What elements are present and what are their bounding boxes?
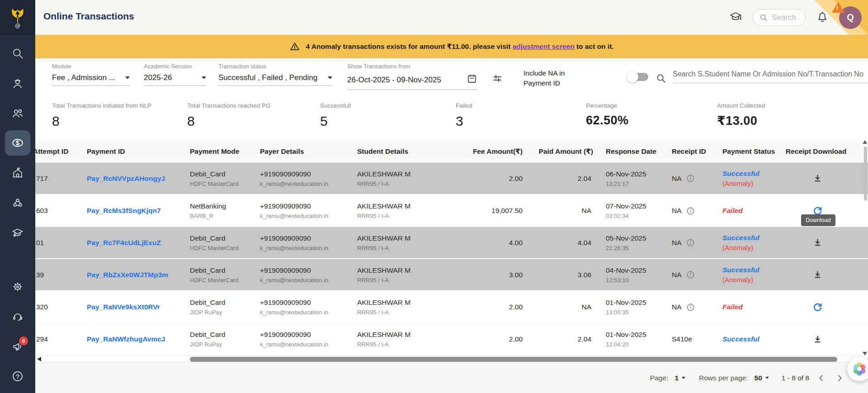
attempt-id-cell: 294 — [35, 335, 86, 343]
receipt-id-cell: NA — [671, 206, 722, 216]
horizontal-scroll-thumb[interactable] — [190, 357, 837, 362]
warning-triangle-icon — [289, 41, 300, 52]
info-icon[interactable] — [686, 270, 695, 279]
app-logo[interactable]: @ — [0, 0, 35, 35]
table-row: 01 Pay_Rc7F4cUdLjExuZ Debit_CardHDFC Mas… — [35, 227, 868, 259]
page-label: Page: — [650, 374, 669, 382]
stat-label: Failed — [456, 102, 472, 109]
assistant-flower-icon — [852, 361, 867, 377]
stat-label: Percentage — [586, 102, 629, 109]
stat-value: ₹13.00 — [717, 114, 765, 128]
search-icon — [759, 13, 768, 22]
page-select[interactable]: 1 — [675, 374, 685, 382]
payer-details-cell: +919090909090k_ramu@nexteducation.in — [259, 202, 356, 219]
payment-status-cell: Successful (Anomaly) — [722, 170, 785, 187]
community-icon — [11, 196, 24, 209]
transaction-status-filter[interactable]: Transaction status Successful , Failed ,… — [218, 63, 332, 86]
scroll-left-arrow-icon[interactable] — [37, 357, 41, 361]
include-na-toggle[interactable] — [628, 73, 648, 81]
stat-value: 8 — [52, 114, 151, 129]
banner-message-part2: . please visit — [469, 43, 513, 50]
payment-id-link[interactable]: Pay_Rc7F4cUdLjExuZ — [87, 239, 161, 246]
stat-card: Amount Collected ₹13.00 — [717, 102, 765, 128]
receipt-id-cell: NA — [671, 270, 722, 279]
payment-status-cell: Successful (Anomaly) — [722, 234, 785, 251]
graduation-cap-icon[interactable] — [729, 10, 742, 25]
sidebar-item-search[interactable] — [5, 41, 30, 66]
col-paid-amount: Paid Amount (₹) — [524, 147, 594, 156]
sidebar-item-settings[interactable] — [5, 274, 30, 299]
table-row: 294 Pay_RaNWfzhugAvmcJ Debit_CardJIOP Ru… — [35, 323, 868, 355]
sidebar-item-support[interactable] — [5, 304, 30, 329]
sidebar: @ $0? — [0, 0, 35, 393]
payment-status-cell: Failed — [722, 303, 785, 311]
sidebar-item-course[interactable] — [5, 220, 30, 245]
rows-per-page-select[interactable]: 50 — [755, 374, 769, 382]
payment-id-link[interactable]: Pay_RbZxXe0WJTMp3m — [87, 271, 168, 279]
notifications-bell-icon[interactable] — [816, 10, 829, 25]
info-icon[interactable] — [686, 174, 695, 183]
course-icon — [11, 226, 24, 239]
paid-amount-cell: NA — [524, 303, 594, 311]
attempt-id-cell: 320 — [35, 303, 86, 311]
scroll-down-arrow-icon[interactable] — [863, 352, 867, 355]
sidebar-item-student[interactable] — [5, 71, 30, 96]
vertical-scrollbar[interactable] — [863, 140, 867, 356]
student-icon — [11, 77, 24, 90]
vertical-scroll-thumb[interactable] — [864, 147, 867, 201]
col-receipt-download: Receipt Download — [785, 147, 850, 156]
col-payment-id: Payment ID — [86, 147, 189, 156]
academic-session-value: 2025-26 — [144, 73, 172, 82]
info-icon[interactable] — [686, 206, 695, 216]
sidebar-item-people[interactable] — [5, 100, 30, 126]
download-receipt-icon[interactable] — [786, 237, 849, 248]
table-row: 320 Pay_RaNVe9ksXt0RVr Debit_CardJIOP Ru… — [35, 291, 868, 323]
info-icon[interactable] — [686, 238, 695, 247]
table-row: 603 Pay_RcMs3fSngKjqn7 NetBankingBARB_R … — [35, 195, 868, 227]
advanced-filters-icon[interactable] — [492, 73, 503, 85]
payment-mode-cell: Debit_CardJIOP RuPay — [189, 298, 259, 316]
payment-id-link[interactable]: Pay_RaNWfzhugAvmcJ — [87, 335, 165, 343]
assistant-fab[interactable] — [847, 357, 868, 381]
student-details-cell: AKILESHWAR MRRR95 / I-A — [356, 202, 470, 219]
page-title: Online Transactions — [43, 11, 134, 22]
payment-id-link[interactable]: Pay_RcNVVpzAHongyJ — [87, 175, 165, 182]
student-details-cell: AKILESHWAR MRRR95 / I-A — [356, 170, 470, 187]
global-search-button[interactable]: Search — [752, 9, 806, 26]
next-page-button[interactable] — [834, 372, 845, 384]
receipt-id-cell: NA — [671, 238, 722, 247]
stat-card: Total Transactions initiated from NLP 8 — [52, 102, 151, 129]
payment-id-link[interactable]: Pay_RcMs3fSngKjqn7 — [87, 207, 161, 214]
previous-page-button[interactable] — [816, 372, 827, 384]
sidebar-item-help[interactable]: ? — [5, 364, 30, 389]
download-receipt-icon[interactable] — [786, 269, 849, 280]
paid-amount-cell: NA — [524, 207, 594, 215]
module-filter[interactable]: Module Fee , Admission ... — [52, 63, 130, 86]
table-row: 717 Pay_RcNVVpzAHongyJ Debit_CardHDFC Ma… — [35, 163, 868, 195]
attempt-id-cell: 01 — [35, 239, 86, 247]
adjustment-screen-link[interactable]: adjustment screen — [513, 43, 575, 50]
search-icon — [11, 47, 24, 60]
transaction-search-input[interactable] — [673, 66, 868, 83]
svg-text:$: $ — [16, 139, 19, 147]
global-search-label: Search — [772, 13, 796, 22]
calendar-icon[interactable] — [467, 73, 477, 86]
sidebar-item-fee-dollar[interactable]: $ — [5, 130, 30, 156]
academic-session-filter[interactable]: Academic Session 2025-26 — [144, 63, 206, 86]
sidebar-item-community[interactable] — [5, 190, 30, 215]
payment-mode-cell: Debit_CardHDFC MasterCard — [189, 170, 259, 187]
sidebar-item-school[interactable] — [5, 160, 30, 185]
search-icon[interactable] — [656, 73, 666, 85]
retry-payment-icon[interactable] — [786, 302, 849, 313]
date-range-filter[interactable]: Show Transactions from 26-Oct-2025 - 09-… — [347, 63, 477, 90]
online-transactions-screen: Online Transactions Search ! Q 4 Anomaly — [0, 0, 868, 393]
response-date-cell: 07-Nov-202503:02:34 — [594, 202, 671, 219]
download-receipt-icon[interactable] — [786, 334, 849, 345]
payment-id-link[interactable]: Pay_RaNVe9ksXt0RVr — [87, 303, 160, 311]
stat-value: 8 — [187, 114, 271, 129]
download-receipt-icon[interactable] — [786, 173, 849, 184]
scroll-up-arrow-icon[interactable] — [863, 140, 867, 144]
sidebar-item-announcement[interactable]: 0 — [5, 334, 30, 359]
paid-amount-cell: 4.04 — [524, 239, 594, 247]
info-icon[interactable] — [686, 303, 695, 312]
